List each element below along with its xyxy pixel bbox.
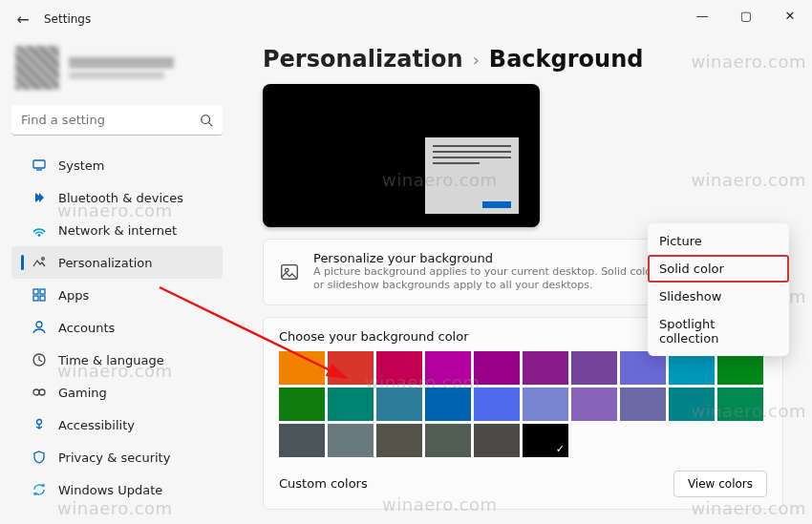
image-icon (279, 262, 300, 283)
sidebar-item-gaming[interactable]: Gaming (11, 376, 223, 409)
color-swatch[interactable] (523, 388, 568, 421)
sidebar: SystemBluetooth & devicesNetwork & inter… (0, 38, 234, 524)
user-name-redacted (69, 56, 174, 68)
sidebar-item-accessibility[interactable]: Accessibility (11, 409, 223, 441)
sidebar-item-bluetooth-devices[interactable]: Bluetooth & devices (11, 181, 223, 214)
svg-rect-9 (40, 296, 45, 301)
sidebar-item-label: Personalization (58, 256, 153, 270)
nav-icon (32, 157, 47, 173)
sidebar-item-label: Time & language (58, 353, 164, 367)
nav-icon (32, 450, 47, 465)
avatar (15, 46, 59, 90)
sidebar-item-label: Privacy & security (58, 451, 170, 465)
sidebar-item-privacy-security[interactable]: Privacy & security (11, 441, 223, 473)
window-close-button[interactable]: ✕ (768, 0, 812, 31)
svg-point-14 (37, 420, 42, 425)
color-swatch[interactable] (279, 388, 325, 421)
page-title: Background (489, 46, 644, 73)
window-maximize-button[interactable]: ▢ (724, 0, 768, 31)
color-swatch[interactable] (474, 351, 520, 385)
preview-window-icon (425, 137, 519, 214)
nav-icon (32, 222, 47, 238)
dropdown-option-slideshow[interactable]: Slideshow (648, 283, 789, 310)
svg-point-12 (33, 389, 39, 395)
user-profile-row[interactable] (11, 44, 223, 99)
custom-colors-label: Custom colors (279, 476, 368, 491)
sidebar-item-label: Gaming (58, 386, 107, 400)
sidebar-item-label: Network & internet (58, 223, 177, 238)
sidebar-item-label: Accessibility (58, 418, 135, 432)
arrow-left-icon: ← (16, 10, 29, 29)
color-swatch[interactable] (474, 424, 520, 457)
window-minimize-button[interactable]: — (680, 0, 724, 31)
color-swatch[interactable] (279, 424, 325, 457)
chevron-right-icon: › (473, 50, 480, 70)
search-icon (200, 113, 213, 131)
dropdown-option-spotlight-collection[interactable]: Spotlight collection (648, 310, 789, 352)
app-title: Settings (44, 12, 91, 26)
nav-icon (32, 385, 47, 400)
info-title: Personalize your background (313, 251, 657, 265)
nav-icon (32, 352, 47, 367)
sidebar-item-personalization[interactable]: Personalization (11, 246, 223, 279)
svg-rect-6 (33, 289, 38, 294)
search-input[interactable] (11, 105, 223, 136)
nav-icon (32, 287, 47, 303)
color-swatch[interactable] (571, 388, 617, 421)
color-swatch[interactable] (425, 424, 471, 457)
color-swatch[interactable] (425, 388, 471, 421)
sidebar-item-windows-update[interactable]: Windows Update (11, 473, 223, 506)
svg-rect-8 (33, 296, 38, 301)
sidebar-item-apps[interactable]: Apps (11, 279, 223, 311)
color-swatch[interactable] (376, 424, 422, 457)
desktop-preview (263, 84, 540, 227)
sidebar-item-accounts[interactable]: Accounts (11, 311, 223, 344)
back-button[interactable]: ← (11, 10, 34, 29)
dropdown-option-solid-color[interactable]: Solid color (648, 255, 789, 283)
sidebar-item-label: System (58, 158, 104, 173)
dropdown-option-picture[interactable]: Picture (648, 227, 789, 255)
color-swatch[interactable] (328, 388, 374, 421)
svg-rect-2 (33, 160, 45, 168)
color-swatch[interactable] (328, 351, 374, 385)
svg-point-13 (39, 389, 45, 395)
breadcrumb: Personalization › Background (263, 46, 783, 73)
nav-icon (32, 320, 47, 335)
svg-point-10 (36, 322, 42, 327)
svg-point-0 (202, 115, 210, 124)
background-type-dropdown-open: PictureSolid colorSlideshowSpotlight col… (648, 223, 789, 356)
sidebar-item-label: Bluetooth & devices (58, 191, 183, 205)
color-swatch[interactable] (571, 351, 617, 385)
color-swatch[interactable] (669, 388, 715, 421)
sidebar-item-system[interactable]: System (11, 149, 223, 181)
nav-icon (32, 190, 47, 205)
user-email-redacted (69, 72, 164, 79)
color-swatch[interactable] (717, 388, 763, 421)
color-swatch[interactable] (523, 351, 568, 385)
color-swatch[interactable] (376, 388, 422, 421)
sidebar-item-network-internet[interactable]: Network & internet (11, 214, 223, 246)
color-swatch[interactable] (279, 351, 325, 385)
color-swatch[interactable] (474, 388, 520, 421)
color-swatch[interactable] (523, 424, 568, 457)
svg-point-5 (42, 258, 45, 261)
view-colors-button[interactable]: View colors (673, 471, 767, 497)
info-subtitle: A picture background applies to your cur… (313, 265, 657, 293)
sidebar-item-label: Windows Update (58, 483, 162, 497)
svg-point-4 (38, 235, 40, 237)
sidebar-item-time-language[interactable]: Time & language (11, 344, 223, 376)
color-swatch[interactable] (425, 351, 471, 385)
nav-icon (32, 255, 47, 270)
breadcrumb-parent[interactable]: Personalization (263, 46, 463, 73)
nav-icon (32, 417, 47, 432)
sidebar-item-label: Apps (58, 288, 89, 303)
svg-point-16 (285, 268, 288, 272)
color-swatch-grid (279, 351, 767, 457)
sidebar-item-label: Accounts (58, 321, 115, 335)
nav-icon (32, 482, 47, 497)
svg-line-1 (209, 123, 213, 127)
color-swatch[interactable] (620, 388, 666, 421)
color-swatch[interactable] (376, 351, 422, 385)
svg-rect-7 (40, 289, 45, 294)
color-swatch[interactable] (328, 424, 374, 457)
